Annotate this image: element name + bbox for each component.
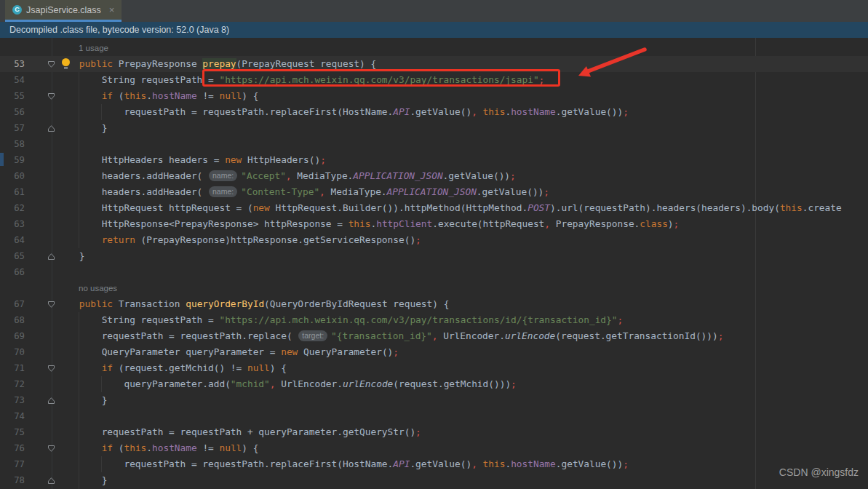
code-editor[interactable]: 1 usage53 public PrepayResponse prepay(P… xyxy=(0,38,868,489)
code-text: headers.addHeader( name:"Content-Type", … xyxy=(57,184,868,200)
line-number[interactable]: 71 xyxy=(0,360,25,376)
line-number[interactable]: 68 xyxy=(0,312,25,328)
line-number[interactable]: 77 xyxy=(0,456,25,472)
fold-end-icon[interactable] xyxy=(25,120,57,136)
fold-end-icon[interactable] xyxy=(25,248,57,264)
gutter-spacer xyxy=(25,184,57,200)
code-text: HttpResponse<PrepayResponse> httpRespons… xyxy=(57,216,868,232)
fold-end-icon[interactable] xyxy=(25,392,57,408)
code-text: queryParameter.add("mchid", UrlEncoder.u… xyxy=(57,376,868,392)
line-number[interactable]: 59 xyxy=(0,152,25,168)
code-line-78[interactable]: 78 } xyxy=(0,472,868,488)
code-line-64[interactable]: 64 return (PrepayResponse)httpResponse.g… xyxy=(0,232,868,248)
code-text: 1 usage xyxy=(57,40,868,56)
code-line-56[interactable]: 56 requestPath = requestPath.replaceFirs… xyxy=(0,104,868,120)
code-line-70[interactable]: 70 QueryParameter queryParameter = new Q… xyxy=(0,344,868,360)
code-line-68[interactable]: 68 String requestPath = "https://api.mch… xyxy=(0,312,868,328)
ide-window: C JsapiService.class × Decompiled .class… xyxy=(0,0,868,489)
code-vision-label[interactable]: no usages xyxy=(0,280,868,296)
tab-close-icon[interactable]: × xyxy=(109,5,115,15)
java-class-icon: C xyxy=(12,5,22,15)
gutter-spacer xyxy=(25,152,57,168)
code-text: requestPath = requestPath + queryParamet… xyxy=(57,424,868,440)
parameter-hint: name: xyxy=(209,170,237,181)
code-line-63[interactable]: 63 HttpResponse<PrepayResponse> httpResp… xyxy=(0,216,868,232)
gutter-spacer xyxy=(25,408,57,424)
code-line-72[interactable]: 72 queryParameter.add("mchid", UrlEncode… xyxy=(0,376,868,392)
code-text: requestPath = requestPath.replaceFirst(H… xyxy=(57,456,868,472)
line-number[interactable]: 78 xyxy=(0,472,25,488)
code-line-77[interactable]: 77 requestPath = requestPath.replaceFirs… xyxy=(0,456,868,472)
line-number[interactable]: 66 xyxy=(0,264,25,280)
tab-title: JsapiService.class xyxy=(26,5,101,15)
gutter-spacer xyxy=(25,344,57,360)
intention-bulb-icon[interactable] xyxy=(62,58,70,66)
code-text: HttpRequest httpRequest = (new HttpReque… xyxy=(57,200,868,216)
gutter-spacer xyxy=(25,136,57,152)
line-number[interactable]: 69 xyxy=(0,328,25,344)
parameter-hint: name: xyxy=(209,186,237,197)
gutter-spacer xyxy=(25,456,57,472)
code-line-54[interactable]: 54 String requestPath = "https://api.mch… xyxy=(0,72,868,88)
code-line-62[interactable]: 62 HttpRequest httpRequest = (new HttpRe… xyxy=(0,200,868,216)
code-line-66[interactable]: 66 xyxy=(0,264,868,280)
editor-rows: 1 usage53 public PrepayResponse prepay(P… xyxy=(0,40,868,488)
fold-start-icon[interactable] xyxy=(25,360,57,376)
tab-jsapiservice[interactable]: C JsapiService.class × xyxy=(5,0,122,22)
line-number[interactable]: 60 xyxy=(0,168,25,184)
line-number[interactable]: 72 xyxy=(0,376,25,392)
code-line-74[interactable]: 74 xyxy=(0,408,868,424)
gutter-spacer xyxy=(25,264,57,280)
line-number[interactable]: 65 xyxy=(0,248,25,264)
line-number[interactable]: 54 xyxy=(0,72,25,88)
code-text: requestPath = requestPath.replace( targe… xyxy=(57,328,868,344)
line-number[interactable]: 61 xyxy=(0,184,25,200)
line-number[interactable]: 53 xyxy=(0,56,25,72)
line-number[interactable]: 56 xyxy=(0,104,25,120)
line-number[interactable]: 57 xyxy=(0,120,25,136)
code-line-67[interactable]: 67 public Transaction queryOrderById(Que… xyxy=(0,296,868,312)
editor-tab-bar: C JsapiService.class × xyxy=(0,0,868,22)
code-line-55[interactable]: 55 if (this.hostName != null) { xyxy=(0,88,868,104)
line-number[interactable]: 75 xyxy=(0,424,25,440)
gutter-spacer xyxy=(25,376,57,392)
fold-start-icon[interactable] xyxy=(25,88,57,104)
line-number[interactable]: 62 xyxy=(0,200,25,216)
line-number[interactable]: 74 xyxy=(0,408,25,424)
fold-end-icon[interactable] xyxy=(25,472,57,488)
fold-start-icon[interactable] xyxy=(25,440,57,456)
code-text: if (request.getMchid() != null) { xyxy=(57,360,868,376)
code-line-57[interactable]: 57 } xyxy=(0,120,868,136)
code-line-75[interactable]: 75 requestPath = requestPath + queryPara… xyxy=(0,424,868,440)
code-text: String requestPath = "https://api.mch.we… xyxy=(57,312,868,328)
code-line-58[interactable]: 58 xyxy=(0,136,868,152)
code-line-53[interactable]: 53 public PrepayResponse prepay(PrepayRe… xyxy=(0,56,868,72)
line-number[interactable]: 76 xyxy=(0,440,25,456)
gutter-spacer xyxy=(25,104,57,120)
code-line-73[interactable]: 73 } xyxy=(0,392,868,408)
code-text: } xyxy=(57,248,868,264)
gutter-spacer xyxy=(25,40,57,56)
code-line-71[interactable]: 71 if (request.getMchid() != null) { xyxy=(0,360,868,376)
gutter-spacer xyxy=(25,232,57,248)
code-vision-label[interactable]: 1 usage xyxy=(0,40,868,56)
watermark: CSDN @xingsfdz xyxy=(779,466,859,478)
code-line-65[interactable]: 65 } xyxy=(0,248,868,264)
gutter-spacer xyxy=(25,280,57,296)
fold-start-icon[interactable] xyxy=(25,296,57,312)
code-line-76[interactable]: 76 if (this.hostName != null) { xyxy=(0,440,868,456)
code-line-61[interactable]: 61 headers.addHeader( name:"Content-Type… xyxy=(0,184,868,200)
gutter-spacer xyxy=(25,312,57,328)
line-number[interactable]: 63 xyxy=(0,216,25,232)
line-number[interactable]: 70 xyxy=(0,344,25,360)
line-number[interactable]: 64 xyxy=(0,232,25,248)
line-number[interactable]: 67 xyxy=(0,296,25,312)
banner-text: Decompiled .class file, bytecode version… xyxy=(9,25,229,35)
code-line-59[interactable]: 59 HttpHeaders headers = new HttpHeaders… xyxy=(0,152,868,168)
line-number[interactable]: 58 xyxy=(0,136,25,152)
line-number[interactable]: 55 xyxy=(0,88,25,104)
code-line-69[interactable]: 69 requestPath = requestPath.replace( ta… xyxy=(0,328,868,344)
line-number[interactable]: 73 xyxy=(0,392,25,408)
fold-start-icon[interactable] xyxy=(25,56,57,72)
code-line-60[interactable]: 60 headers.addHeader( name:"Accept", Med… xyxy=(0,168,868,184)
